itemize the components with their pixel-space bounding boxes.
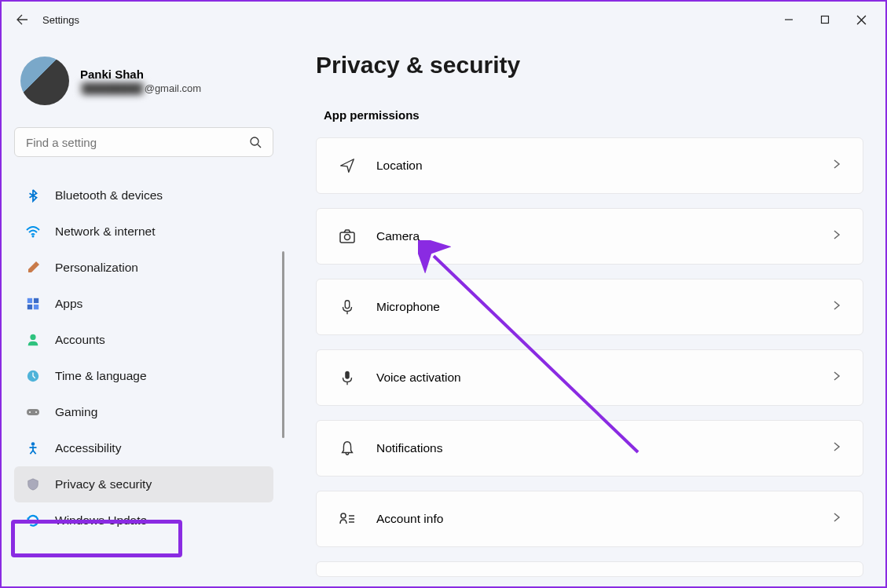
chevron-right-icon — [831, 512, 842, 526]
account-info-icon — [337, 509, 357, 529]
svg-rect-10 — [34, 305, 38, 309]
apps-icon — [25, 296, 41, 312]
svg-point-6 — [32, 236, 35, 238]
svg-point-14 — [29, 411, 31, 413]
svg-rect-7 — [27, 298, 32, 303]
sidebar-item-label: Accessibility — [55, 441, 121, 455]
card-camera[interactable]: Camera — [316, 208, 863, 265]
profile-name: Panki Shah — [80, 68, 201, 81]
bell-icon — [337, 438, 357, 458]
close-button[interactable] — [843, 7, 879, 32]
sidebar-item-system[interactable]: System — [14, 168, 273, 177]
page-title: Privacy & security — [316, 52, 863, 79]
scrollbar[interactable] — [282, 251, 284, 438]
camera-icon — [337, 226, 357, 247]
sidebar-item-bluetooth[interactable]: Bluetooth & devices — [14, 177, 273, 214]
card-location[interactable]: Location — [316, 137, 863, 194]
sidebar: Panki Shah ████████@gmail.com System — [2, 38, 286, 586]
sidebar-item-windows-update[interactable]: Windows Update — [14, 502, 273, 537]
card-label: Account info — [376, 512, 443, 526]
svg-rect-13 — [27, 409, 39, 415]
wifi-icon — [25, 224, 41, 239]
back-button[interactable] — [8, 5, 36, 34]
maximize-icon — [820, 15, 830, 24]
card-label: Location — [376, 159, 423, 173]
svg-point-18 — [345, 235, 350, 240]
svg-rect-9 — [27, 305, 32, 309]
sidebar-item-accounts[interactable]: Accounts — [14, 322, 273, 358]
search-input[interactable] — [26, 136, 249, 149]
arrow-left-icon — [16, 13, 28, 26]
chevron-right-icon — [831, 229, 842, 243]
card-notifications[interactable]: Notifications — [316, 420, 863, 477]
main-content: Privacy & security App permissions Locat… — [286, 38, 885, 586]
svg-rect-1 — [822, 16, 829, 24]
maximize-button[interactable] — [807, 7, 843, 32]
sidebar-item-accessibility[interactable]: Accessibility — [14, 430, 273, 466]
card-partial[interactable] — [316, 561, 863, 577]
shield-icon — [25, 477, 41, 492]
sidebar-item-privacy-security[interactable]: Privacy & security — [14, 466, 273, 502]
update-icon — [25, 513, 41, 528]
sidebar-item-label: Gaming — [55, 405, 97, 419]
sidebar-item-label: Network & internet — [55, 225, 156, 239]
card-label: Microphone — [376, 300, 440, 314]
sidebar-item-label: Apps — [55, 297, 82, 311]
profile-section[interactable]: Panki Shah ████████@gmail.com — [14, 38, 273, 127]
bluetooth-icon — [25, 188, 41, 203]
voice-icon — [337, 367, 357, 388]
minimize-button[interactable] — [771, 7, 807, 32]
microphone-icon — [337, 297, 357, 317]
chevron-right-icon — [831, 371, 842, 385]
accessibility-icon — [25, 440, 41, 456]
card-label: Voice activation — [376, 371, 461, 385]
svg-point-11 — [30, 334, 35, 340]
profile-email: ████████@gmail.com — [80, 82, 201, 94]
brush-icon — [25, 260, 41, 276]
chevron-right-icon — [831, 441, 842, 455]
minimize-icon — [784, 15, 794, 24]
window-title: Settings — [42, 14, 79, 26]
sidebar-item-label: Time & language — [55, 369, 147, 383]
svg-rect-8 — [34, 298, 38, 303]
close-icon — [856, 15, 867, 25]
card-microphone[interactable]: Microphone — [316, 279, 863, 335]
chevron-right-icon — [831, 159, 842, 173]
svg-point-2 — [251, 137, 258, 145]
sidebar-item-label: Bluetooth & devices — [55, 188, 163, 203]
sidebar-item-gaming[interactable]: Gaming — [14, 394, 273, 430]
titlebar: Settings — [2, 2, 885, 38]
svg-point-15 — [35, 411, 37, 413]
avatar — [20, 57, 69, 105]
svg-line-3 — [258, 144, 261, 148]
sidebar-item-time-language[interactable]: Time & language — [14, 358, 273, 394]
chevron-right-icon — [831, 300, 842, 314]
search-wrap[interactable] — [14, 127, 273, 157]
sidebar-item-network[interactable]: Network & internet — [14, 214, 273, 250]
gamepad-icon — [25, 404, 41, 420]
svg-rect-19 — [345, 301, 350, 309]
card-voice-activation[interactable]: Voice activation — [316, 349, 863, 406]
sidebar-item-label: Personalization — [55, 261, 138, 275]
card-label: Camera — [376, 229, 420, 243]
sidebar-item-apps[interactable]: Apps — [14, 286, 273, 322]
clock-icon — [25, 368, 41, 384]
card-label: Notifications — [376, 441, 442, 455]
sidebar-item-label: Accounts — [55, 333, 105, 347]
sidebar-item-personalization[interactable]: Personalization — [14, 250, 273, 286]
location-icon — [337, 155, 357, 176]
sidebar-item-label: Privacy & security — [55, 477, 152, 491]
section-header: App permissions — [324, 108, 863, 122]
nav-list: System Bluetooth & devices Network & int… — [14, 168, 273, 537]
svg-rect-20 — [345, 371, 350, 379]
window-controls — [771, 7, 879, 32]
svg-point-21 — [341, 513, 346, 518]
search-icon — [249, 136, 262, 148]
person-icon — [25, 332, 41, 348]
svg-point-16 — [31, 442, 35, 446]
sidebar-item-label: Windows Update — [55, 513, 147, 528]
card-account-info[interactable]: Account info — [316, 491, 863, 547]
